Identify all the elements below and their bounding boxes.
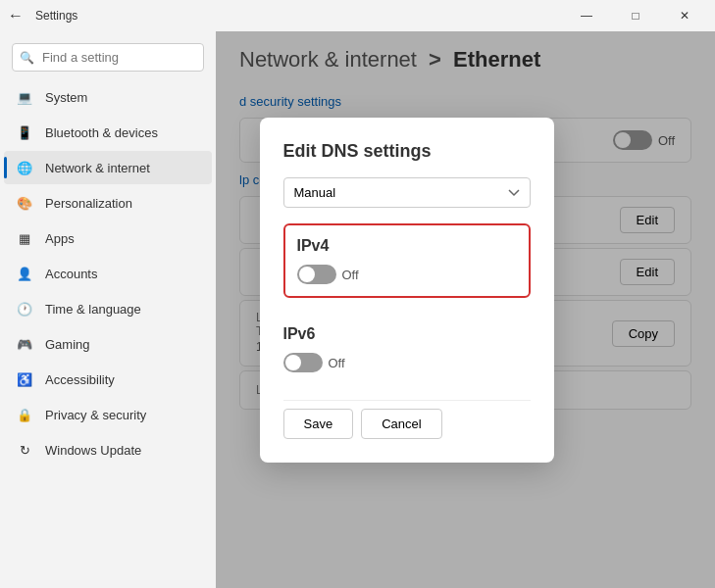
maximize-button[interactable]: □ (613, 0, 658, 31)
sidebar-item-bluetooth[interactable]: 📱 Bluetooth & devices (4, 116, 212, 149)
ipv6-toggle[interactable] (283, 353, 323, 372)
person-icon: 👤 (16, 265, 33, 282)
sidebar-label-system: System (45, 90, 87, 105)
sidebar-item-system[interactable]: 💻 System (4, 80, 212, 114)
refresh-icon: ↻ (16, 441, 33, 459)
app-container: 🔍 💻 System 📱 Bluetooth & devices 🌐 Netwo… (0, 31, 715, 588)
sidebar-item-network[interactable]: 🌐 Network & internet (4, 151, 212, 184)
close-button[interactable]: ✕ (662, 0, 707, 31)
sidebar-item-accounts[interactable]: 👤 Accounts (4, 257, 212, 290)
save-button[interactable]: Save (283, 409, 354, 439)
monitor-icon: 💻 (16, 88, 33, 106)
ipv4-toggle-label: Off (342, 268, 359, 282)
sidebar-item-gaming[interactable]: 🎮 Gaming (4, 327, 212, 361)
sidebar-label-gaming: Gaming (45, 337, 90, 352)
sidebar-item-accessibility[interactable]: ♿ Accessibility (4, 363, 212, 396)
sidebar-label-bluetooth: Bluetooth & devices (45, 125, 158, 140)
ipv4-title: IPv4 (297, 237, 517, 255)
ipv6-title: IPv6 (283, 325, 531, 343)
ipv6-section: IPv6 Off (283, 314, 531, 384)
sidebar-item-privacy[interactable]: 🔒 Privacy & security (4, 398, 212, 431)
sidebar-label-privacy: Privacy & security (45, 408, 146, 422)
dns-mode-select[interactable]: Manual (283, 177, 531, 208)
app-title: Settings (35, 9, 77, 23)
ipv4-toggle-wrap: Off (297, 265, 517, 284)
sidebar-label-apps: Apps (45, 231, 75, 246)
search-input[interactable] (12, 43, 204, 72)
search-icon: 🔍 (20, 51, 34, 65)
sidebar-label-time: Time & language (45, 302, 141, 317)
content-area: Network & internet > Ethernet d security… (216, 31, 715, 588)
ipv4-section: IPv4 Off (283, 223, 531, 298)
ipv6-toggle-label: Off (329, 356, 345, 370)
sidebar-label-network: Network & internet (45, 161, 150, 175)
title-bar: ← Settings — □ ✕ (0, 0, 715, 31)
sidebar-label-accessibility: Accessibility (45, 372, 115, 387)
sidebar-label-accounts: Accounts (45, 267, 97, 281)
sidebar-item-time[interactable]: 🕐 Time & language (4, 292, 212, 325)
ipv4-toggle[interactable] (297, 265, 336, 284)
search-box[interactable]: 🔍 (12, 43, 204, 72)
gamepad-icon: 🎮 (16, 335, 33, 353)
sidebar: 🔍 💻 System 📱 Bluetooth & devices 🌐 Netwo… (0, 31, 216, 588)
back-arrow[interactable]: ← (8, 7, 24, 24)
accessibility-icon: ♿ (16, 370, 33, 388)
paint-icon: 🎨 (16, 194, 33, 212)
ipv6-toggle-wrap: Off (283, 353, 531, 372)
dialog-actions: Save Cancel (283, 400, 531, 439)
clock-icon: 🕐 (16, 300, 33, 318)
minimize-button[interactable]: — (564, 0, 609, 31)
wifi-icon: 🌐 (16, 159, 33, 176)
sidebar-item-apps[interactable]: ▦ Apps (4, 221, 212, 255)
sidebar-item-windows-update[interactable]: ↻ Windows Update (4, 433, 212, 466)
shield-icon: 🔒 (16, 406, 33, 423)
dialog-title: Edit DNS settings (283, 141, 531, 162)
edit-dns-dialog: Edit DNS settings Manual IPv4 Off IPv6 (260, 118, 554, 463)
sidebar-label-personalization: Personalization (45, 196, 132, 211)
sidebar-label-windows-update: Windows Update (45, 443, 141, 458)
apps-icon: ▦ (16, 229, 33, 247)
cancel-button[interactable]: Cancel (361, 409, 441, 439)
bluetooth-icon: 📱 (16, 123, 33, 141)
sidebar-item-personalization[interactable]: 🎨 Personalization (4, 186, 212, 220)
overlay: Edit DNS settings Manual IPv4 Off IPv6 (216, 31, 715, 588)
